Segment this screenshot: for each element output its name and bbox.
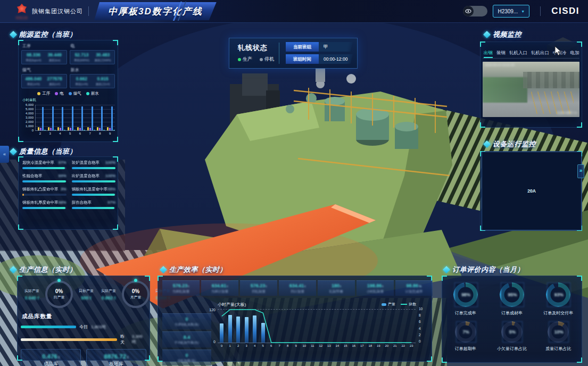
bar <box>57 127 59 130</box>
video-tab-3[interactable]: 轧机出口 <box>531 48 549 58</box>
hourly-chart-ymin: 0 <box>207 340 216 344</box>
panel-title: 质量信息（当班） <box>11 147 77 156</box>
order-metric: 93%订单及时交付率 <box>535 280 582 319</box>
video-camera-tabs: 出钢装钢轧机入口轧机出口中间冷电加热 <box>483 48 579 59</box>
progress-track <box>72 194 116 196</box>
order-metric: 7%订单超期率 <box>442 319 488 355</box>
legend-item: 工序 <box>37 91 50 96</box>
target-output-label: 目标产量 <box>75 288 97 294</box>
bar-group <box>68 106 76 130</box>
eye-icon <box>463 6 474 16</box>
video-tab-0[interactable]: 出钢 <box>484 48 493 58</box>
donut-label: 订单超期率 <box>455 346 476 352</box>
energy-metric-value: 486.040 <box>23 76 44 81</box>
chevron-down-icon: ▼ <box>521 10 525 13</box>
target-output: 目标产量500 t <box>75 288 97 301</box>
energy-chart-legend: 工序电煤气新水 <box>21 91 115 96</box>
xtick-label: 15 <box>342 344 350 347</box>
stock-box-unit: t <box>127 355 128 359</box>
quality-metric-label: 装炉温度合格率 <box>72 160 100 165</box>
side-stat-label: 平均轧制节奏(分) <box>175 340 199 345</box>
legend-item: 新水 <box>86 91 99 96</box>
shift-label-chip: 当前班组 <box>286 42 319 52</box>
line-selector-dropdown[interactable]: H2309... ▼ <box>493 5 529 18</box>
line-selector-value: H2309... <box>498 9 518 14</box>
device-item: 轧机(上辊)20A <box>534 214 578 222</box>
energy-metric-value: 52.713 <box>71 52 93 57</box>
efficiency-stat: 576.23t当班轧制量 <box>162 280 200 296</box>
video-tab-1[interactable]: 装钢 <box>496 48 506 58</box>
panel-production-info: 生产信息（实时） 实际产量0.045 t0%日产量目标产量500 t实际产量0.… <box>4 264 152 364</box>
bar <box>42 107 44 130</box>
quality-metric-label: 出炉温度合格率 <box>72 173 100 179</box>
cisdi-logo: CISDI <box>551 6 579 16</box>
bar <box>92 106 93 130</box>
efficiency-stat-unit: t <box>382 285 383 288</box>
progress-track <box>72 180 116 182</box>
efficiency-stat: 576.23t日轧制量 <box>240 280 277 296</box>
status-legend-label: 生产 <box>243 56 252 63</box>
panel-device-monitor: 设备运行监控 1#轧区辅...20A2#轧区辅...20A轧机(上辊)20A轧机… <box>478 138 584 234</box>
donut-value: 98% <box>454 282 478 307</box>
xtick-label: 3 <box>45 132 55 135</box>
status-legend-item: 停机 <box>260 56 274 63</box>
ytick-label: 6,000 <box>21 103 34 106</box>
progress-fill <box>22 180 66 182</box>
donut-label: 订单完成率 <box>455 310 476 316</box>
diamond-icon <box>483 140 491 148</box>
quality-metric-row: 装炉温度合格率100% <box>72 160 116 165</box>
xtick-label: 19 <box>375 344 383 347</box>
efficiency-stat-value: 634.61t <box>212 283 228 288</box>
stock-box-value: 8876.72t <box>104 353 129 360</box>
donut-label: 订单成材率 <box>501 310 523 316</box>
efficiency-side-stats: 0当班待轧块数(块)8.4平均轧制节奏(分)0待轧制量(块) <box>162 300 211 365</box>
quality-metric-value: 99% <box>107 187 115 192</box>
quality-metric: 钢板终轧厚度命中率98% <box>22 200 67 209</box>
video-tab-5[interactable]: 电加热 <box>570 48 580 58</box>
shift-time-label-chip: 班组时间 <box>286 54 319 64</box>
panel-title: 设备运行监控 <box>484 139 536 149</box>
efficiency-stat-value: 576.23t <box>173 283 189 288</box>
ytick-label: 4,000 <box>21 112 34 115</box>
donut-wrap: 93% <box>546 282 570 307</box>
quality-metrics: 超快冷温度命中率97%装炉温度合格率100%性能合格率99%出炉温度合格率100… <box>22 160 114 209</box>
energy-chart-xaxis: 23456789 <box>35 132 115 135</box>
efficiency-stats: 576.23t当班轧制量634.61t当班计划量576.23t日轧制量634.4… <box>162 280 433 296</box>
stock-bars: 今日1,801吨昨天3,395吨 <box>21 324 146 345</box>
company-logo: 陕钢汉钢 <box>16 4 28 19</box>
actual-output-label: 实际产量 <box>97 288 120 294</box>
efficiency-stat-unit: t <box>227 285 228 288</box>
quality-metric: 性能合格率99% <box>22 173 67 182</box>
legend-label: 新水 <box>91 91 99 96</box>
actual-output-value: 0.862 t <box>97 295 120 301</box>
bar <box>87 127 89 130</box>
diamond-icon <box>483 31 491 38</box>
panel-energy-monitor: 能源监控（当班） 工序68.336单耗(kgce/t)39.449累耗(tce)… <box>4 29 119 144</box>
quality-metric: 钢板终轧温度命中率99% <box>72 187 116 196</box>
efficiency-side-stat: 8.4平均轧制节奏(分) <box>162 331 211 347</box>
panel-collapse-tab[interactable]: « <box>0 146 9 163</box>
visibility-toggle[interactable] <box>463 6 487 16</box>
xtick-label: 2 <box>35 132 45 135</box>
xtick-label: 7 <box>85 132 95 135</box>
efficiency-stat-label: 当班计划量 <box>211 289 229 294</box>
expand-panel-button[interactable]: » <box>577 164 584 178</box>
energy-metric-unit: 累耗(tce) <box>44 59 65 62</box>
device-current-value: 20A <box>482 152 582 223</box>
legend-item: 块数 <box>401 302 416 307</box>
efficiency-stat-value: 576.23t <box>251 283 267 288</box>
energy-metric-unit: 单耗(kgce/t) <box>23 59 44 62</box>
progress-fill <box>72 207 114 209</box>
donut-value: 7% <box>456 321 476 343</box>
energy-group-name: 新水 <box>71 67 115 73</box>
video-tab-2[interactable]: 轧机入口 <box>509 48 527 58</box>
status-dot <box>238 58 241 61</box>
efficiency-stat-label: 计划完成率 <box>405 289 423 294</box>
legend-label: 工序 <box>42 91 50 96</box>
bar-group <box>77 106 85 130</box>
device-list: 1#轧区辅...20A2#轧区辅...20A轧机(上辊)20A轧机(下辊)20A… <box>481 152 582 223</box>
energy-group-box: 52.713单耗(kWh/t)30.483累耗(万kWh) <box>70 50 115 64</box>
bar <box>113 130 115 130</box>
energy-chart-yaxis: 6,0005,0004,0003,0002,0001,0000 <box>21 103 35 132</box>
energy-group-name: 煤气 <box>22 67 67 73</box>
